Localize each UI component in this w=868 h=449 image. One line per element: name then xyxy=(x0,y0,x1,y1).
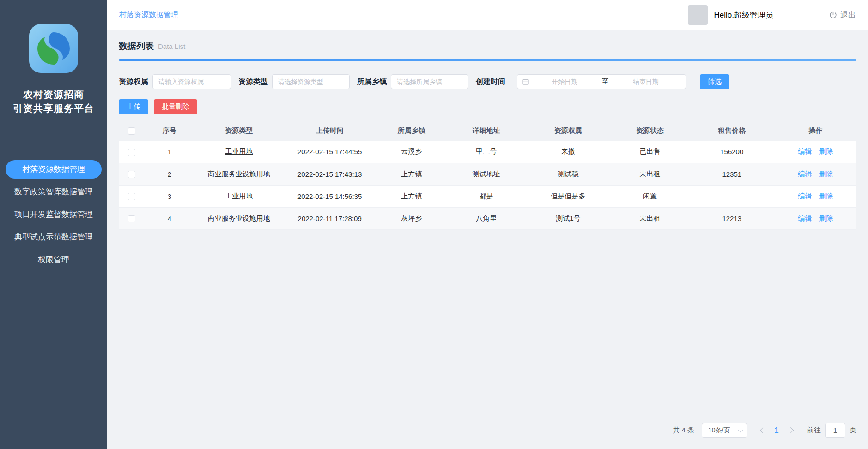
date-range-separator: 至 xyxy=(600,78,611,86)
edit-link[interactable]: 编辑 xyxy=(798,170,812,178)
cell-seq: 2 xyxy=(145,163,194,185)
date-range-picker[interactable]: 至 xyxy=(517,74,686,89)
delete-link[interactable]: 删除 xyxy=(819,214,833,222)
page-size-select[interactable]: 10条/页 xyxy=(702,423,747,438)
page-subtitle: Data List xyxy=(158,42,185,50)
delete-link[interactable]: 删除 xyxy=(819,192,833,200)
sidebar-item-label: 项目开发监督数据管理 xyxy=(14,209,93,220)
column-status: 资源状态 xyxy=(611,120,689,141)
edit-link[interactable]: 编辑 xyxy=(798,147,812,155)
cell-address: 八角里 xyxy=(447,207,526,229)
cell-price: 156200 xyxy=(689,141,775,163)
cell-town: 灰坪乡 xyxy=(376,207,447,229)
filter-button[interactable]: 筛选 xyxy=(700,74,729,89)
cell-type[interactable]: 工业用地 xyxy=(194,185,284,207)
platform-logo-icon xyxy=(29,24,78,73)
cell-seq: 4 xyxy=(145,207,194,229)
calendar-icon xyxy=(522,78,529,85)
cell-town: 上方镇 xyxy=(376,185,447,207)
upload-button[interactable]: 上传 xyxy=(119,99,148,114)
column-seq: 序号 xyxy=(145,120,194,141)
cell-type: 商业服务业设施用地 xyxy=(194,163,284,185)
logout-label: 退出 xyxy=(840,10,856,20)
current-page[interactable]: 1 xyxy=(769,426,784,435)
cell-time: 2022-02-15 17:44:55 xyxy=(283,141,376,163)
logout-button[interactable]: 退出 xyxy=(829,10,856,20)
row-checkbox[interactable] xyxy=(128,215,135,222)
end-date-input[interactable] xyxy=(611,78,681,85)
cell-address: 都是 xyxy=(447,185,526,207)
cell-type: 商业服务业设施用地 xyxy=(194,207,284,229)
column-price: 租售价格 xyxy=(689,120,775,141)
title-divider xyxy=(119,59,856,61)
sidebar: 农村资源招商 引资共享服务平台 村落资源数据管理 数字政策智库数据管理 项目开发… xyxy=(0,0,107,449)
data-table: 序号 资源类型 上传时间 所属乡镇 详细地址 资源权属 资源状态 租售价格 操作… xyxy=(119,120,856,230)
cell-seq: 3 xyxy=(145,185,194,207)
cell-price xyxy=(689,185,775,207)
cell-status: 未出租 xyxy=(611,163,689,185)
chevron-down-icon xyxy=(738,427,743,432)
sidebar-menu: 村落资源数据管理 数字政策智库数据管理 项目开发监督数据管理 典型试点示范数据管… xyxy=(0,160,107,273)
goto-label: 前往 xyxy=(807,426,821,435)
created-filter-label: 创建时间 xyxy=(476,77,505,87)
select-all-checkbox[interactable] xyxy=(128,127,135,135)
row-checkbox[interactable] xyxy=(128,171,135,178)
town-filter-label: 所属乡镇 xyxy=(357,77,387,87)
delete-link[interactable]: 删除 xyxy=(819,147,833,155)
start-date-input[interactable] xyxy=(529,78,600,85)
cell-town: 云溪乡 xyxy=(376,141,447,163)
page-title: 数据列表 xyxy=(119,40,154,52)
cell-ownership: 但是但是多 xyxy=(525,185,611,207)
sidebar-item-label: 权限管理 xyxy=(38,254,69,265)
main-area: 村落资源数据管理 Hello,超级管理员 退出 数据列表 Data List 资… xyxy=(107,0,868,449)
edit-link[interactable]: 编辑 xyxy=(798,214,812,222)
breadcrumb[interactable]: 村落资源数据管理 xyxy=(119,10,178,20)
cell-ownership: 测试稳 xyxy=(525,163,611,185)
table-header-row: 序号 资源类型 上传时间 所属乡镇 详细地址 资源权属 资源状态 租售价格 操作 xyxy=(119,120,856,141)
cell-status: 已出售 xyxy=(611,141,689,163)
filter-row: 资源权属 资源类型 所属乡镇 创建时间 至 筛选 xyxy=(119,74,856,89)
cell-address: 甲三号 xyxy=(447,141,526,163)
next-page-button[interactable] xyxy=(784,428,797,432)
sidebar-item[interactable]: 项目开发监督数据管理 xyxy=(6,205,102,224)
column-time: 上传时间 xyxy=(283,120,376,141)
row-checkbox[interactable] xyxy=(128,149,135,156)
delete-link[interactable]: 删除 xyxy=(819,170,833,178)
cell-town: 上方镇 xyxy=(376,163,447,185)
sidebar-item[interactable]: 权限管理 xyxy=(6,251,102,269)
sidebar-item[interactable]: 数字政策智库数据管理 xyxy=(6,183,102,201)
ownership-filter-input[interactable] xyxy=(152,74,231,89)
sidebar-item[interactable]: 典型试点示范数据管理 xyxy=(6,228,102,246)
sidebar-item-label: 村落资源数据管理 xyxy=(22,164,85,174)
pagination: 共 4 条 10条/页 1 前往 页 xyxy=(119,423,856,449)
goto-page-input[interactable] xyxy=(825,423,845,438)
page-title-row: 数据列表 Data List xyxy=(119,30,856,52)
column-address: 详细地址 xyxy=(447,120,526,141)
table-row: 4 商业服务业设施用地 2022-02-11 17:28:09 灰坪乡 八角里 … xyxy=(119,207,856,229)
table-row: 2 商业服务业设施用地 2022-02-15 17:43:13 上方镇 测试地址… xyxy=(119,163,856,185)
prev-page-button[interactable] xyxy=(756,428,769,432)
pagination-total: 共 4 条 xyxy=(673,426,694,435)
cell-time: 2022-02-15 17:43:13 xyxy=(283,163,376,185)
top-header: 村落资源数据管理 Hello,超级管理员 退出 xyxy=(107,0,868,30)
type-filter-select[interactable] xyxy=(272,74,350,89)
chevron-left-icon xyxy=(760,427,766,433)
row-checkbox[interactable] xyxy=(128,193,135,200)
sidebar-item-label: 典型试点示范数据管理 xyxy=(14,232,93,242)
sidebar-item[interactable]: 村落资源数据管理 xyxy=(6,160,102,179)
toolbar: 上传 批量删除 xyxy=(119,99,856,114)
cell-price: 12213 xyxy=(689,207,775,229)
table-body: 1 工业用地 2022-02-15 17:44:55 云溪乡 甲三号 来撒 已出… xyxy=(119,141,856,229)
chevron-right-icon xyxy=(788,427,794,433)
cell-seq: 1 xyxy=(145,141,194,163)
user-greeting: Hello,超级管理员 xyxy=(714,10,773,20)
page-unit-label: 页 xyxy=(850,426,856,435)
batch-delete-button[interactable]: 批量删除 xyxy=(154,99,197,114)
avatar[interactable] xyxy=(688,5,708,25)
edit-link[interactable]: 编辑 xyxy=(798,192,812,200)
town-filter-select[interactable] xyxy=(391,74,468,89)
column-ownership: 资源权属 xyxy=(525,120,611,141)
content: 数据列表 Data List 资源权属 资源类型 所属乡镇 创建时间 至 筛 xyxy=(107,30,868,449)
cell-type[interactable]: 工业用地 xyxy=(194,141,284,163)
table-row: 1 工业用地 2022-02-15 17:44:55 云溪乡 甲三号 来撒 已出… xyxy=(119,141,856,163)
